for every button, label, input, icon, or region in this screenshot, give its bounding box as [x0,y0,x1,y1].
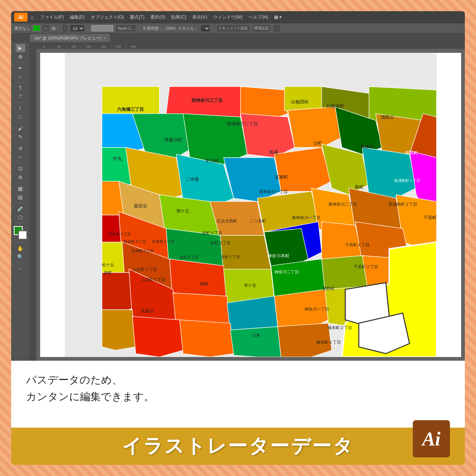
description-text: パスデータのため、 カンタンに編集できます。 [26,372,450,405]
svg-text:松本町２丁目: 松本町２丁目 [132,249,154,253]
more-tools-btn[interactable]: ··· [16,264,25,273]
document-tab[interactable]: 1ai* @ 100%(RGB/GPU プレビュー) × [30,34,110,42]
map-canvas[interactable]: 六角橋三丁目 西神奈川三丁目 白幅西町 白幅南町 浦島丘 斉藤分町 西神奈川二丁… [40,53,461,357]
background-color[interactable] [18,231,27,239]
svg-text:西神奈川一丁目: 西神奈川一丁目 [259,189,288,194]
zoom-tool-btn[interactable]: 🔍 [16,253,25,261]
toolbar-sep-7 [15,183,26,183]
svg-text:新浦島町２丁目: 新浦島町２丁目 [389,202,417,206]
text-section: パスデータのため、 カンタンに編集できます。 [11,361,465,428]
svg-text:東神奈川一丁目: 東神奈川一丁目 [292,215,321,220]
rotate-btn[interactable]: ↺ [16,144,25,152]
svg-text:上反町２丁目: 上反町２丁目 [132,267,157,271]
rect-tool-btn[interactable]: □ [16,113,25,121]
svg-marker-58 [230,327,281,357]
svg-text:反町２丁目: 反町２丁目 [210,241,231,245]
ruler-tick: 100 [66,45,81,49]
svg-text:新浦島町１丁目: 新浦島町１丁目 [394,178,420,183]
pencil-btn[interactable]: ✎ [16,133,25,141]
map-svg: 六角橋三丁目 西神奈川三丁目 白幅西町 白幅南町 浦島丘 斉藤分町 西神奈川二丁… [40,53,461,357]
touch-btn[interactable]: Touch C... [116,25,136,32]
footer: イラストレーターデータ Ai [11,428,465,465]
env-settings-btn[interactable]: 環境設定 [252,25,271,32]
color-preview[interactable] [91,25,113,32]
graph-col-btn[interactable]: ▦ [16,184,25,193]
fill-color-swatch[interactable] [33,25,40,31]
menu-bar: Ai ⌂ ファイル(F) 編集(E) オブジェクト(O) 書式(T) 選択(S)… [11,11,465,23]
stroke-select[interactable]: 1pt [70,25,85,32]
paintbrush-btn[interactable]: 🖌 [16,124,25,132]
svg-text:神奈川一丁目: 神奈川一丁目 [305,307,329,311]
svg-text:松本町４丁目: 松本町４丁目 [109,232,131,236]
style-label: スタイル： [178,26,198,31]
eyedrop-btn[interactable]: 💉 [16,205,25,213]
direct-select-btn[interactable]: ⊕ [16,52,25,61]
canvas-content: 六角橋三丁目 西神奈川三丁目 白幅西町 白幅南町 浦島丘 斉藤分町 西神奈川二丁… [36,49,465,361]
ruler-tick: 50 [51,45,66,49]
style-select[interactable] [200,25,210,32]
menu-edit[interactable]: 編集(E) [68,13,87,21]
tab-close-btn[interactable]: × [104,36,106,40]
menu-grid[interactable]: ▦ ▾ [272,14,284,20]
tab-name: 1ai* @ 100%(RGB/GPU プレビュー) [34,35,102,41]
svg-text:亀住町: 亀住町 [360,144,374,149]
menu-text[interactable]: 書式(T) [128,13,147,21]
blend-btn[interactable]: ⬡ [16,213,25,221]
svg-text:橋本町１丁目: 橋本町１丁目 [316,340,341,344]
pen-tool-btn[interactable]: ✒ [16,64,25,72]
menu-file[interactable]: ファイル(F) [38,13,66,21]
svg-marker-19 [274,147,332,191]
svg-text:高島台: 高島台 [141,308,154,313]
scale-btn[interactable]: ⊡ [16,164,25,173]
edit-path-btn[interactable]: ⬡ [42,25,49,32]
graph-bar-btn[interactable]: ▤ [16,193,25,201]
svg-text:二ツ谷町: 二ツ谷町 [250,219,266,223]
svg-marker-10 [241,114,295,158]
svg-text:東神奈川二丁目: 東神奈川二丁目 [328,202,357,206]
menu-effect[interactable]: 効果(C) [169,13,189,21]
touch-type-btn[interactable]: ⊤ [16,93,25,101]
color-tools [14,226,27,239]
toolbar-sep-10 [15,242,26,243]
warp-btn[interactable]: ⊛ [16,173,25,181]
svg-text:富家町: 富家町 [275,174,288,180]
footer-ai-badge: Ai [413,420,450,457]
type-tool-btn[interactable]: T [16,84,25,92]
svg-text:新町: 新町 [355,184,364,190]
curvature-btn[interactable]: ⌢ [16,73,25,81]
toolbar-sep-9 [15,223,26,223]
line-tool-btn[interactable]: / [16,104,25,112]
toolbar-sep-5 [15,142,26,143]
svg-text:反町３丁目: 反町３丁目 [180,255,198,259]
menu-view[interactable]: 表示(V) [190,13,209,21]
svg-marker-57 [180,320,234,357]
reflect-btn[interactable]: ↔ [16,153,25,161]
menu-select[interactable]: 選択(S) [148,13,167,21]
svg-text:白幅西町: 白幅西町 [291,99,309,104]
stroke-up-btn[interactable]: ↑ [62,25,68,32]
svg-text:反町１丁目: 反町１丁目 [221,255,240,259]
menu-window[interactable]: ウィンドウ(W) [211,13,245,21]
divider-3 [213,25,213,32]
main-card: Ai ⌂ ファイル(F) 編集(E) オブジェクト(O) 書式(T) 選択(S)… [11,11,465,465]
svg-text:浦島丘: 浦島丘 [381,115,394,120]
more-btn[interactable]: ⋯ [273,25,280,32]
svg-text:浦島町: 浦島町 [405,150,418,155]
home-icon[interactable]: ⌂ [30,14,33,20]
select-tool-btn[interactable]: ▶ [16,44,25,52]
menu-help[interactable]: ヘルプ(H) [246,13,270,21]
svg-text:反町４丁目: 反町４丁目 [202,231,222,235]
selection-label: 選択なし [14,26,30,31]
hand-tool-btn[interactable]: ✋ [16,244,25,253]
illustrator-ui: Ai ⌂ ファイル(F) 編集(E) オブジェクト(O) 書式(T) 選択(S)… [11,11,465,361]
svg-text:上反町１丁目: 上反町１丁目 [141,277,165,282]
description-line-2: カンタンに編集できます。 [26,389,450,405]
toolbar-sep-6 [15,163,26,163]
menu-object[interactable]: オブジェクト(O) [89,13,126,21]
svg-text:千若町２丁目: 千若町２丁目 [354,264,378,269]
doc-settings-btn[interactable]: ドキュメント設定 [216,25,250,32]
svg-text:広台太田町: 広台太田町 [217,219,237,223]
svg-text:平川町: 平川町 [205,158,219,164]
ruler-tick: 200 [96,45,111,49]
svg-text:鳥越: 鳥越 [269,149,278,155]
